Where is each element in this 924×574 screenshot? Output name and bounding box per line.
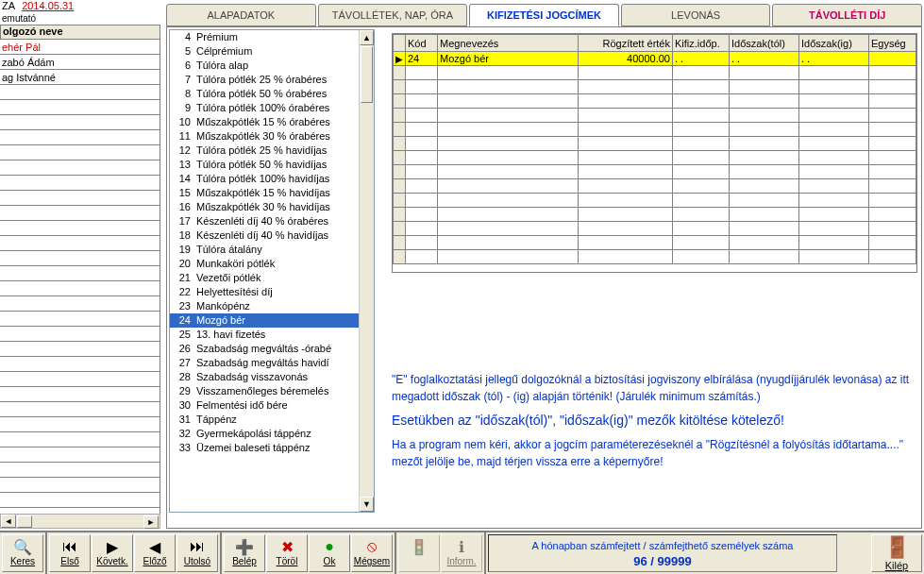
code-item[interactable]: 29Visszamenőleges béremelés <box>170 384 359 398</box>
employee-row[interactable] <box>0 85 160 100</box>
code-item[interactable]: 17Készenléti díj 40 % órabéres <box>170 214 359 228</box>
grid-row[interactable] <box>394 179 916 194</box>
grid-header[interactable]: Időszak(tól) <box>730 35 799 52</box>
code-item[interactable]: 32Gyermekápolási táppénz <box>170 427 359 441</box>
grid-row[interactable] <box>394 123 916 137</box>
code-item[interactable]: 12Túlóra pótlék 25 % havidíjas <box>170 144 359 158</box>
grid-row[interactable] <box>394 137 916 151</box>
code-item[interactable]: 11Műszakpótlék 30 % órabéres <box>170 129 359 144</box>
grid-header[interactable]: Rögzített érték <box>579 35 673 52</box>
grid-row[interactable] <box>394 109 916 123</box>
grid-row[interactable] <box>394 66 916 80</box>
belep-button[interactable]: ➕Belép <box>224 534 265 572</box>
utolso-button[interactable]: ⏭Utolsó <box>176 534 218 572</box>
employee-row[interactable] <box>0 372 160 387</box>
elozo-button[interactable]: ◀Előző <box>134 534 176 572</box>
employee-row[interactable] <box>0 478 160 493</box>
code-item[interactable]: 18Készenléti díj 40 % havidíjas <box>170 228 359 243</box>
scroll-up-icon[interactable]: ▲ <box>360 30 374 45</box>
grid-header[interactable]: Kifiz.időp. <box>673 35 730 52</box>
code-item[interactable]: 7Túlóra pótlék 25 % órabéres <box>170 73 359 87</box>
code-item[interactable]: 8Túlóra pótlék 50 % órabéres <box>170 87 359 101</box>
employee-row[interactable] <box>0 281 160 296</box>
scroll-thumb[interactable] <box>17 515 32 528</box>
scroll-right-icon[interactable]: ► <box>143 515 159 529</box>
header-date[interactable]: 2014.05.31 <box>22 0 74 11</box>
employee-row[interactable] <box>0 463 160 478</box>
grid-row[interactable]: ▶24Mozgó bér40000.00. .. .. . <box>394 52 916 66</box>
code-item[interactable]: 5Célprémium <box>170 44 359 59</box>
employee-row[interactable] <box>0 130 160 145</box>
code-vscrollbar[interactable]: ▲ ▼ <box>359 30 374 512</box>
code-item[interactable]: 28Szabadság visszavonás <box>170 370 359 384</box>
employee-row[interactable] <box>0 357 160 372</box>
code-item[interactable]: 24Mozgó bér <box>170 313 359 328</box>
employee-row[interactable] <box>0 191 160 206</box>
grid-header[interactable]: Megnevezés <box>438 35 579 52</box>
grid-row[interactable] <box>394 250 916 264</box>
code-item[interactable]: 19Túlóra átalány <box>170 243 359 257</box>
employee-row[interactable] <box>0 296 160 312</box>
grid-row[interactable] <box>394 208 916 222</box>
employee-row[interactable]: zabó Ádám <box>0 55 160 70</box>
grid-row[interactable] <box>394 236 916 250</box>
code-item[interactable]: 4Prémium <box>170 30 359 44</box>
megsem-button[interactable]: ⦸Mégsem <box>351 534 393 572</box>
grid-row[interactable] <box>394 165 916 179</box>
employee-row[interactable] <box>0 145 160 160</box>
employee-row[interactable] <box>0 176 160 191</box>
code-item[interactable]: 31Táppénz <box>170 413 359 427</box>
employee-row[interactable] <box>0 327 160 342</box>
cell-ig[interactable]: . . <box>799 52 869 66</box>
cell-egy[interactable] <box>869 52 916 66</box>
grid-row[interactable] <box>394 222 916 236</box>
code-item[interactable]: 27Szabadság megváltás havidí <box>170 356 359 370</box>
grid-row[interactable] <box>394 151 916 165</box>
code-item[interactable]: 26Szabadság megváltás -órabé <box>170 342 359 356</box>
employee-row[interactable] <box>0 160 160 176</box>
tab-kifizet-si-jogc-mek[interactable]: KIFIZETÉSI JOGCÍMEK <box>469 4 619 26</box>
ok-button[interactable]: ●Ok <box>309 534 350 572</box>
elso-button[interactable]: ⏮Első <box>49 534 91 572</box>
tab-t-voll-ti-d-j[interactable]: TÁVOLLÉTI DÍJ <box>772 4 922 26</box>
torol-button[interactable]: ✖Töröl <box>266 534 308 572</box>
kilep-button[interactable]: 🚪 Kilép <box>871 534 922 572</box>
employee-row[interactable] <box>0 493 160 508</box>
employee-row[interactable] <box>0 206 160 221</box>
grid-row[interactable] <box>394 80 916 94</box>
employee-row[interactable] <box>0 417 160 432</box>
code-item[interactable]: 13Túlóra pótlék 50 % havidíjas <box>170 158 359 172</box>
cell-kod[interactable]: 24 <box>406 52 438 66</box>
tab-levon-s[interactable]: LEVONÁS <box>621 4 771 26</box>
grid-header[interactable]: Időszak(ig) <box>799 35 869 52</box>
code-item[interactable]: 16Műszakpótlék 30 % havidíjas <box>170 200 359 214</box>
employee-row[interactable] <box>0 221 160 236</box>
code-item[interactable]: 15Műszakpótlék 15 % havidíjas <box>170 186 359 200</box>
tab-t-voll-tek-nap-ra[interactable]: TÁVOLLÉTEK, NAP, ÓRA <box>318 4 468 26</box>
employee-hscrollbar[interactable]: ◄ ► <box>0 514 160 529</box>
cell-meg[interactable]: Mozgó bér <box>438 52 579 66</box>
employee-row[interactable] <box>0 402 160 417</box>
code-item[interactable]: 21Vezetői pótlék <box>170 271 359 285</box>
employee-row[interactable]: ehér Pál <box>0 40 160 55</box>
code-item[interactable]: 30Felmentési idő bére <box>170 398 359 413</box>
grid-header[interactable]: Kód <box>406 35 438 52</box>
code-item[interactable]: 2513. havi fizetés <box>170 328 359 342</box>
code-item[interactable]: 10Műszakpótlék 15 % órabéres <box>170 115 359 129</box>
cell-ido[interactable]: . . <box>673 52 730 66</box>
tab-alapadatok[interactable]: ALAPADATOK <box>166 4 316 26</box>
kovetk-button[interactable]: ▶Követk. <box>92 534 133 572</box>
employee-list[interactable]: ehér Pálzabó Ádámag Istvánné <box>0 40 160 517</box>
keres-button[interactable]: 🔍Keres <box>2 534 43 572</box>
employee-row[interactable] <box>0 100 160 115</box>
code-item[interactable]: 6Túlóra alap <box>170 59 359 73</box>
employee-row[interactable] <box>0 251 160 266</box>
code-item[interactable]: 9Túlóra pótlék 100% órabéres <box>170 101 359 115</box>
grid-row[interactable] <box>394 194 916 208</box>
scroll-left-icon[interactable]: ◄ <box>1 515 16 528</box>
employee-row[interactable] <box>0 447 160 463</box>
code-item[interactable]: 14Túlóra pótlék 100% havidíjas <box>170 172 359 186</box>
grid-row[interactable] <box>394 94 916 109</box>
code-item[interactable]: 23Mankópénz <box>170 299 359 313</box>
scroll-down-icon[interactable]: ▼ <box>360 497 374 512</box>
